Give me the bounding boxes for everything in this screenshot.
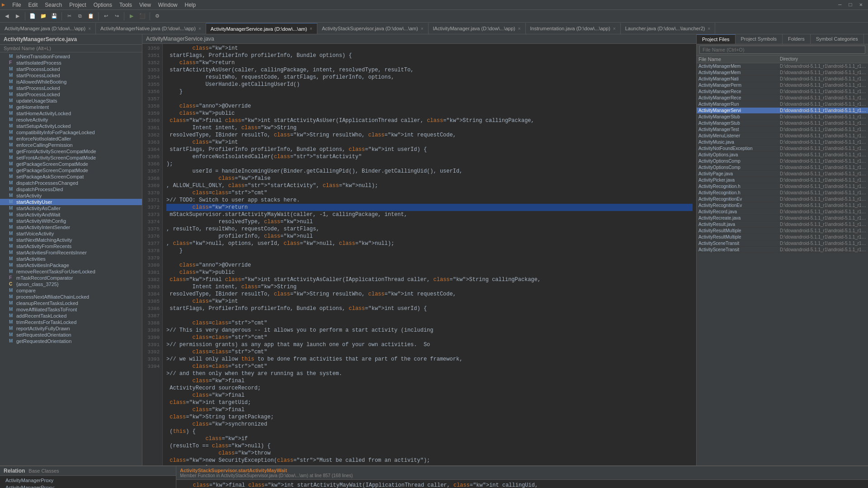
symbol-item[interactable]: MstartActivities [0, 256, 142, 262]
symbol-item[interactable]: MgetPackageScreenCompatMode [0, 167, 142, 174]
symbol-item[interactable]: MstartActivityWithConfig [0, 218, 142, 224]
tab-activity-manager[interactable]: ActivityManager.java (D:\dow\...\app) × [0, 23, 96, 34]
file-table-row[interactable]: ActivityManagerTestD:\dowandroid-5.1.1_r… [697, 127, 868, 133]
run-button[interactable]: ▶ [127, 11, 137, 21]
symbol-item[interactable]: MupdateUsageStats [0, 98, 142, 104]
rpanel-tab-symbol-categories[interactable]: Symbol Categories [811, 34, 864, 44]
window-minimize[interactable]: ─ [835, 1, 845, 9]
back-button[interactable]: ◀ [2, 11, 12, 21]
file-table-row[interactable]: ActivityRecognition.hD:\dowandroid-5.1.1… [697, 190, 868, 196]
symbol-item[interactable]: MenforceCallingPermission [0, 142, 142, 148]
paste-button[interactable]: 📋 [86, 11, 96, 21]
symbol-item[interactable]: MisNextTransitionForward [0, 53, 142, 60]
symbol-item[interactable]: MsetRequestedOrientation [0, 332, 142, 338]
symbol-item[interactable]: MdispatchProcessesChanged [0, 180, 142, 186]
symbol-item[interactable]: MstartActivityUser [0, 199, 142, 205]
file-table-row[interactable]: ActivityRecord.javaD:\dowandroid-5.1.1_r… [697, 209, 868, 215]
window-maximize[interactable]: □ [845, 1, 856, 9]
tab-activity-manager-service[interactable]: ActivityManagerService.java (D:\dow\...\… [206, 23, 317, 34]
tab-close-2[interactable]: × [310, 26, 312, 31]
rpanel-tab-project-symbols[interactable]: Project Symbols [736, 34, 783, 44]
file-table-row[interactable]: ActivityMenuListenerD:\dowandroid-5.1.1_… [697, 133, 868, 139]
symbol-item[interactable]: MsetFrontActivityScreenCompatMode [0, 155, 142, 161]
file-table-row[interactable]: ActivityOptions.javaD:\dowandroid-5.1.1_… [697, 152, 868, 158]
symbol-item[interactable]: MprocessNextAffiliateChainLocked [0, 294, 142, 300]
tab-close-0[interactable]: × [88, 26, 91, 31]
file-table-row[interactable]: ActivityManagerPermD:\dowandroid-5.1.1_r… [697, 82, 868, 89]
symbol-item[interactable]: MreportActivityFullyDrawn [0, 325, 142, 332]
file-table-row[interactable]: ActivityPage.javaD:\dowandroid-5.1.1_r1\… [697, 171, 868, 177]
symbol-item[interactable]: MstartVoiceActivity [0, 230, 142, 237]
file-table-row[interactable]: ActivityManagerReceD:\dowandroid-5.1.1_r… [697, 95, 868, 101]
symbol-item[interactable]: FmTaskRecordComparator [0, 275, 142, 281]
symbol-item[interactable]: MstartProcessLocked [0, 85, 142, 91]
file-table-row[interactable]: ActivityOptionsCompD:\dowandroid-5.1.1_r… [697, 164, 868, 171]
file-table-row[interactable]: ActivityManagerMemD:\dowandroid-5.1.1_r1… [697, 63, 868, 70]
symbol-item[interactable]: MstartActivityAsCaller [0, 205, 142, 211]
symbol-item[interactable]: MstartProcessLocked [0, 72, 142, 79]
symbol-item[interactable]: MstartProcessLocked [0, 66, 142, 72]
forward-button[interactable]: ▶ [13, 11, 23, 21]
save-button[interactable]: 💾 [49, 11, 59, 21]
rpanel-tab-folders[interactable]: Folders [783, 34, 811, 44]
redo-button[interactable]: ↪ [112, 11, 122, 21]
symbol-list[interactable]: MisNextTransitionForwardFstartIsolatedPr… [0, 52, 142, 465]
open-button[interactable]: 📁 [38, 11, 48, 21]
symbol-item[interactable]: MgetFrontActivityScreenCompatMode [0, 148, 142, 155]
code-editor[interactable]: 3350335133523353335433553356335733583359… [142, 44, 696, 465]
bottom-left-item[interactable]: ActivityManagerProxy [0, 477, 176, 484]
symbol-item[interactable]: MdispatchProcessDied [0, 186, 142, 192]
menu-file[interactable]: File [9, 1, 24, 9]
file-table-row[interactable]: ActivitySceneTransitD:\dowandroid-5.1.1_… [697, 247, 868, 253]
file-table-row[interactable]: ActivitySceneTransitD:\dowandroid-5.1.1_… [697, 240, 868, 247]
menu-tools[interactable]: Tools [116, 1, 136, 9]
file-table-row[interactable]: ActivityManagerServiD:\dowandroid-5.1.1_… [697, 108, 868, 114]
menu-help[interactable]: Help [181, 1, 200, 9]
menu-view[interactable]: View [136, 1, 155, 9]
bottom-left-list[interactable]: ActivityManagerProxyActivityManagerProxy… [0, 476, 176, 488]
file-table-row[interactable]: ActivityManagerMemD:\dowandroid-5.1.1_r1… [697, 70, 868, 76]
menu-window[interactable]: Window [155, 1, 181, 9]
symbol-item[interactable]: MstartNextMatchingActivity [0, 237, 142, 243]
window-close[interactable]: ✕ [856, 0, 866, 9]
symbol-item[interactable]: MstartActivitiesFromRecentsInner [0, 249, 142, 256]
symbol-item[interactable]: MgetRequestedOrientation [0, 338, 142, 344]
file-table-row[interactable]: ActivityRecognitionEvD:\dowandroid-5.1.1… [697, 202, 868, 209]
symbol-item[interactable]: MmoveAffiliatedTasksToFront [0, 306, 142, 313]
file-table-row[interactable]: ActivityManagerReceD:\dowandroid-5.1.1_r… [697, 89, 868, 95]
tab-close-1[interactable]: × [198, 26, 201, 31]
symbol-item[interactable]: MstartActivityAndWait [0, 211, 142, 218]
settings-button[interactable]: ⚙ [152, 11, 162, 21]
file-table-row[interactable]: ActivityNotFoundExceptionD:\dowandroid-5… [697, 145, 868, 152]
file-table-row[interactable]: ActivityResultMultipleD:\dowandroid-5.1.… [697, 228, 868, 234]
cut-button[interactable]: ✂ [64, 11, 74, 21]
menu-search[interactable]: Search [41, 1, 66, 9]
tab-iactivity-manager[interactable]: IActivityManager.java (D:\dow\...\app) × [429, 23, 526, 34]
symbol-item[interactable]: MgetPackageScreenCompatMode [0, 161, 142, 167]
tab-activity-manager-native[interactable]: ActivityManagerNative.java (D:\dow\...\a… [96, 23, 206, 34]
menu-edit[interactable]: Edit [25, 1, 42, 9]
symbol-item[interactable]: FstartIsolatedProcess [0, 60, 142, 66]
copy-button[interactable]: ⧉ [75, 11, 85, 21]
symbol-item[interactable]: MisAllowedWhileBooting [0, 79, 142, 85]
symbol-item[interactable]: Mcompare [0, 287, 142, 294]
symbol-item[interactable]: MgetHomeIntent [0, 104, 142, 110]
tab-activity-stack-supervisor[interactable]: ActivityStackSupervisor.java (D:\dow\...… [317, 23, 429, 34]
symbol-item[interactable]: MtrimRecentsForTaskLocked [0, 319, 142, 325]
file-table-row[interactable]: ActivityManagerNatiD:\dowandroid-5.1.1_r… [697, 76, 868, 82]
symbol-item[interactable]: MremoveRecentTasksForUserLocked [0, 268, 142, 275]
tab-instrumentation[interactable]: Instrumentation.java (D:\dow\...\app) × [526, 23, 621, 34]
symbol-item[interactable]: MstartProcessLocked [0, 91, 142, 98]
tab-close-4[interactable]: × [518, 26, 521, 31]
menu-project[interactable]: Project [66, 1, 90, 9]
symbol-item[interactable]: MstartActivitiesInPackage [0, 262, 142, 268]
file-table-row[interactable]: ActivityManagerRunD:\dowandroid-5.1.1_r1… [697, 101, 868, 108]
file-table-row[interactable]: ActivityResultMultipleD:\dowandroid-5.1.… [697, 234, 868, 240]
file-table-row[interactable]: ActivityManagerStubD:\dowandroid-5.1.1_r… [697, 114, 868, 120]
symbol-item[interactable]: C{anon_class_3725} [0, 281, 142, 287]
tab-close-5[interactable]: × [613, 26, 616, 31]
symbol-item[interactable]: McompatibilityInfoForPackageLocked [0, 129, 142, 136]
symbol-item[interactable]: MsetPackageAskScreenCompat [0, 174, 142, 180]
file-table-row[interactable]: ActivityRecognition.hD:\dowandroid-5.1.1… [697, 183, 868, 190]
tab-close-6[interactable]: × [708, 26, 710, 31]
